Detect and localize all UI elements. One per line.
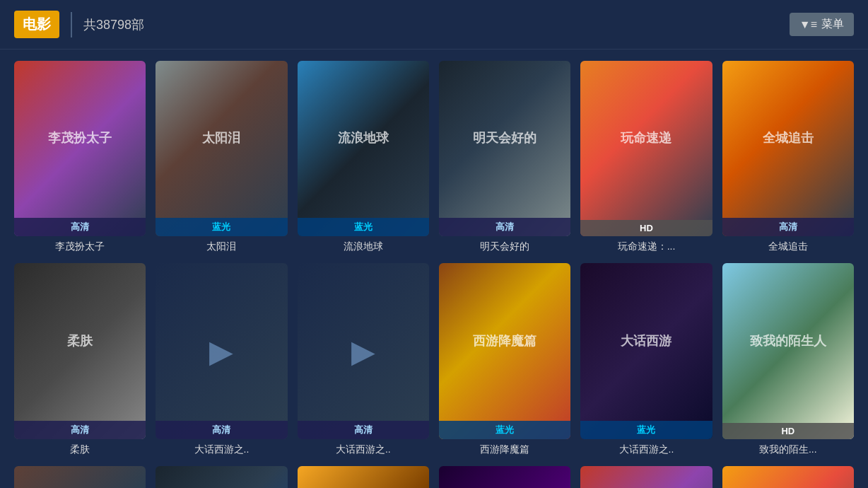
movie-title: 致我的陌生...: [722, 443, 854, 456]
app-logo: 电影: [14, 11, 59, 38]
quality-badge: 高清: [14, 421, 146, 439]
quality-badge: 蓝光: [298, 218, 429, 236]
movie-title: 西游降魔篇: [439, 443, 570, 456]
header-divider: [71, 12, 72, 37]
movie-item[interactable]: [722, 466, 854, 488]
movie-title: 大话西游之..: [580, 443, 712, 456]
quality-badge: 高清: [439, 218, 570, 236]
quality-badge: 高清: [14, 218, 146, 236]
movie-poster: 太阳泪蓝光: [156, 61, 287, 236]
header: 电影 共38798部 ▼≡ 菜单: [0, 0, 868, 50]
movie-item[interactable]: [156, 466, 287, 488]
filter-icon: ▼≡: [799, 18, 817, 31]
movie-poster: 致我的陌生人HD: [722, 263, 854, 438]
poster-overlay-text: 流浪地球: [298, 61, 429, 215]
movie-title: 大话西游之..: [156, 443, 287, 456]
movie-poster: 玩命速递HD: [580, 61, 712, 236]
poster-overlay-text: 全城追击: [722, 61, 854, 215]
quality-badge: 高清: [156, 421, 287, 439]
play-icon: ▶: [298, 263, 429, 438]
poster-overlay-text: 李茂扮太子: [14, 61, 146, 215]
movie-poster: ▶高清: [298, 263, 429, 438]
movie-poster: 大话西游蓝光: [580, 263, 712, 438]
movie-poster: 西游降魔篇蓝光: [439, 263, 570, 438]
quality-badge: HD: [580, 220, 712, 236]
movie-item[interactable]: ▶高清大话西游之..: [298, 263, 429, 455]
poster-overlay-text: 大话西游: [580, 263, 712, 417]
movie-item[interactable]: [439, 466, 570, 488]
menu-button[interactable]: ▼≡ 菜单: [790, 13, 854, 36]
poster-overlay-text: 致我的陌生人: [722, 263, 854, 417]
quality-badge: 高清: [298, 421, 429, 439]
poster-overlay-text: 明天会好的: [439, 61, 570, 215]
menu-label: 菜单: [821, 17, 844, 32]
movie-poster: 李茂扮太子高清: [14, 61, 146, 236]
movie-poster: 全城追击高清: [722, 61, 854, 236]
poster-overlay-text: 太阳泪: [156, 61, 287, 215]
movie-item[interactable]: 柔肤高清柔肤: [14, 263, 146, 455]
movie-title: 太阳泪: [156, 240, 287, 253]
movie-item[interactable]: 全城追击高清全城追击: [722, 61, 854, 253]
movie-item[interactable]: 大话西游蓝光大话西游之..: [580, 263, 712, 455]
play-icon: ▶: [156, 263, 287, 438]
quality-badge: 蓝光: [580, 421, 712, 439]
movie-poster: 柔肤高清: [14, 263, 146, 438]
movie-title: 流浪地球: [298, 240, 429, 253]
movie-poster: [14, 466, 146, 488]
movie-poster: [722, 466, 854, 488]
movie-poster: ▶高清: [156, 263, 287, 438]
movie-item[interactable]: 流浪地球蓝光流浪地球: [298, 61, 429, 253]
movie-item[interactable]: 玩命速递HD玩命速递：...: [580, 61, 712, 253]
poster-overlay-text: 西游降魔篇: [439, 263, 570, 417]
movie-poster: [580, 466, 712, 488]
movie-item[interactable]: 致我的陌生人HD致我的陌生...: [722, 263, 854, 455]
movie-item[interactable]: 李茂扮太子高清李茂扮太子: [14, 61, 146, 253]
quality-badge: 高清: [722, 218, 854, 236]
movie-item[interactable]: 西游降魔篇蓝光西游降魔篇: [439, 263, 570, 455]
movie-item[interactable]: [298, 466, 429, 488]
movie-item[interactable]: [580, 466, 712, 488]
movie-title: 李茂扮太子: [14, 240, 146, 253]
movie-title: 大话西游之..: [298, 443, 429, 456]
movie-title: 玩命速递：...: [580, 240, 712, 253]
movie-poster: 明天会好的高清: [439, 61, 570, 236]
movie-item[interactable]: [14, 466, 146, 488]
movie-item[interactable]: 明天会好的高清明天会好的: [439, 61, 570, 253]
movie-poster: [439, 466, 570, 488]
quality-badge: 蓝光: [156, 218, 287, 236]
movie-title: 柔肤: [14, 443, 146, 456]
movie-poster: 流浪地球蓝光: [298, 61, 429, 236]
poster-overlay-text: 玩命速递: [580, 61, 712, 215]
quality-badge: HD: [722, 423, 854, 439]
poster-overlay-text: 柔肤: [14, 263, 146, 417]
quality-badge: 蓝光: [439, 421, 570, 439]
movie-item[interactable]: 太阳泪蓝光太阳泪: [156, 61, 287, 253]
movie-item[interactable]: ▶高清大话西游之..: [156, 263, 287, 455]
movie-count: 共38798部: [83, 16, 144, 33]
movie-grid: 李茂扮太子高清李茂扮太子太阳泪蓝光太阳泪流浪地球蓝光流浪地球明天会好的高清明天会…: [0, 50, 868, 488]
movie-title: 明天会好的: [439, 240, 570, 253]
movie-title: 全城追击: [722, 240, 854, 253]
movie-poster: [298, 466, 429, 488]
movie-poster: [156, 466, 287, 488]
